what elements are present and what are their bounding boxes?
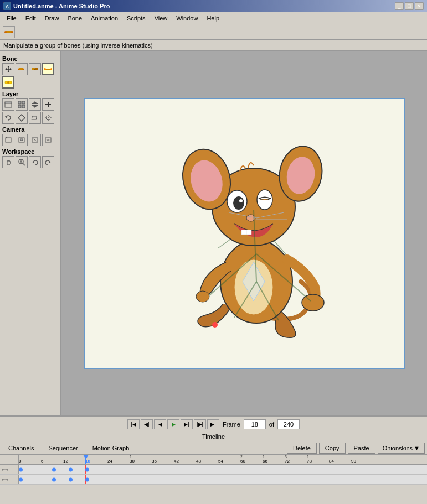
camera-pan-tool[interactable] [2,134,14,146]
layer-add-tool[interactable] [2,98,14,111]
svg-marker-8 [7,71,9,72]
go-to-start-button[interactable]: |◀ [127,419,140,429]
copy-button[interactable]: Copy [319,443,346,454]
ruler-submark3: 2 [240,455,243,459]
menu-scripts[interactable]: Scripts [122,14,150,23]
paste-button[interactable]: Paste [348,443,375,454]
layer-move-tool[interactable] [29,98,41,111]
svg-line-48 [33,139,37,141]
menu-file[interactable]: File [2,14,21,23]
onionskins-button[interactable]: Onionskins ▼ [378,443,425,454]
keyframe-1-3[interactable] [85,467,89,471]
prev-frame-button[interactable]: ◀| [141,419,153,429]
main-area: Bone Layer [0,51,427,415]
layer-group-tool[interactable] [16,98,28,111]
minimize-button[interactable]: _ [395,2,404,10]
menu-animation[interactable]: Animation [86,14,122,23]
bone-rotate-tool[interactable] [16,63,28,75]
ruler-tick-72: 72 [285,459,290,464]
layer-tools-row2 [2,112,58,124]
canvas-area[interactable] [61,51,427,415]
keyframe-2-1[interactable] [52,477,56,481]
playhead-ruler [85,455,86,464]
frame-input[interactable] [244,419,266,429]
keyframe-2-0[interactable] [19,477,23,481]
ruler-label-spacer [0,455,19,465]
step-back-button[interactable]: ◀ [154,419,166,429]
menu-draw[interactable]: Draw [40,14,64,23]
camera-roll-tool[interactable] [29,134,41,146]
bone-fk-tool[interactable] [29,63,41,75]
svg-rect-23 [5,102,12,103]
ruler-tick-78: 78 [307,459,312,464]
delete-button[interactable]: Delete [287,443,317,454]
close-button[interactable]: × [415,2,424,10]
layer-plus-tool[interactable] [42,98,54,111]
bone-ik-tool[interactable] [42,63,54,75]
ruler-tick-60: 60 [240,459,245,464]
bone-tools-row2 [2,76,58,89]
keyframe-1-0[interactable] [19,467,23,471]
frame-label: Frame [223,421,240,428]
toolbar-ik-button[interactable] [3,26,15,38]
workspace-zoom-tool[interactable] [16,156,28,168]
menu-window[interactable]: Window [172,14,202,23]
keyframe-2-2[interactable] [69,477,73,481]
window-controls: _ □ × [395,2,424,10]
camera-zoom-tool[interactable] [16,134,28,146]
motion-graph-tab[interactable]: Motion Graph [86,443,136,453]
menu-edit[interactable]: Edit [21,14,40,23]
onionskins-dropdown-icon: ▼ [414,445,420,451]
layer-tools-row1 [2,98,58,111]
go-to-end-button[interactable]: ▶| [207,419,219,429]
sequencer-tab[interactable]: Sequencer [42,443,84,453]
bone-icon-1 [1,467,9,472]
ruler-tick-84: 84 [329,459,334,464]
layer-origin-tool[interactable] [42,112,54,124]
svg-marker-7 [7,66,9,67]
timeline-ruler[interactable]: 0 6 12 18 24 30 36 42 48 54 60 66 72 78 … [19,455,427,465]
svg-rect-28 [32,103,38,104]
workspace-undo-tool[interactable] [29,156,41,168]
track-2-timeline[interactable] [19,475,427,484]
svg-point-3 [4,31,7,33]
camera-section-label: Camera [2,126,58,133]
svg-point-16 [34,69,36,70]
svg-point-75 [233,196,244,210]
svg-marker-34 [5,116,7,118]
channels-tab[interactable]: Channels [2,443,40,453]
menu-help[interactable]: Help [202,14,224,23]
timeline-area: |◀ ◀| ◀ ▶ ▶| |▶| ▶| Frame of Timeline Ch… [0,415,427,504]
workspace-redo-tool[interactable] [42,156,54,168]
track-1-timeline[interactable] [19,465,427,474]
svg-point-82 [212,322,218,328]
bone-manipulate-tool[interactable] [2,76,14,89]
svg-rect-25 [22,101,25,104]
next-frame-button[interactable]: |▶| [194,419,206,429]
bone-translate-tool[interactable] [2,63,14,75]
keyframe-1-1[interactable] [52,467,56,471]
ruler-tick-12: 12 [63,459,68,464]
track-2-label [0,475,19,484]
total-frames-input[interactable] [277,419,300,429]
app-icon: A [3,2,11,10]
keyframe-1-2[interactable] [69,467,73,471]
workspace-hand-tool[interactable] [2,156,14,168]
menu-view[interactable]: View [150,14,172,23]
menu-bone[interactable]: Bone [63,14,86,23]
layer-rotate-tool[interactable] [2,112,14,124]
camera-3d-tool[interactable]: 3D [42,134,54,146]
layer-shear-tool[interactable] [29,112,41,124]
layer-scale-tool[interactable] [16,112,28,124]
keyframe-2-3[interactable] [85,477,89,481]
timeline-content: 0 6 12 18 24 30 36 42 48 54 60 66 72 78 … [0,455,427,485]
svg-marker-10 [10,68,12,70]
maximize-button[interactable]: □ [405,2,414,10]
step-forward-button[interactable]: ▶| [181,419,193,429]
svg-point-12 [18,69,20,70]
play-button[interactable]: ▶ [167,419,179,429]
ruler-submark5: 3 [285,455,287,459]
ruler-tick-6: 6 [41,459,43,464]
jerry-illustration [85,99,405,369]
track-1-label [0,465,19,474]
